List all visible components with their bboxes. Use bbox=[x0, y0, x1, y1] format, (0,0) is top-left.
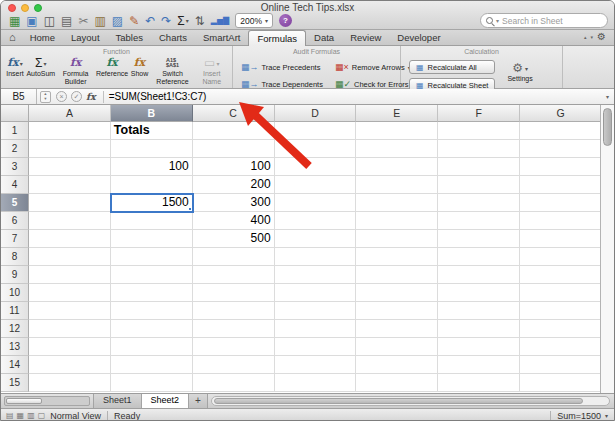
cell-E13[interactable] bbox=[356, 338, 438, 356]
normal-view-icon[interactable]: ▤ bbox=[6, 410, 14, 421]
row-header-10[interactable]: 10 bbox=[1, 284, 29, 302]
cell-B3[interactable]: 100 bbox=[111, 158, 193, 176]
page-layout-view-icon[interactable]: ▦ bbox=[17, 410, 25, 421]
cell-D5[interactable] bbox=[275, 194, 357, 212]
cell-E3[interactable] bbox=[356, 158, 438, 176]
row-header-11[interactable]: 11 bbox=[1, 302, 29, 320]
cell-D7[interactable] bbox=[275, 230, 357, 248]
reference-button[interactable]: fxReference bbox=[97, 56, 128, 78]
cell-F4[interactable] bbox=[438, 176, 520, 194]
cell-G4[interactable] bbox=[520, 176, 602, 194]
full-screen-icon[interactable]: ▢ bbox=[38, 410, 46, 421]
cell-C10[interactable] bbox=[193, 284, 275, 302]
cell-B15[interactable] bbox=[111, 374, 193, 392]
cell-E1[interactable] bbox=[356, 122, 438, 140]
cell-G1[interactable] bbox=[520, 122, 602, 140]
cell-A11[interactable] bbox=[29, 302, 111, 320]
cell-A12[interactable] bbox=[29, 320, 111, 338]
vertical-scrollbar-thumb[interactable] bbox=[603, 108, 612, 146]
cell-C4[interactable]: 200 bbox=[193, 176, 275, 194]
cell-A6[interactable] bbox=[29, 212, 111, 230]
cell-G3[interactable] bbox=[520, 158, 602, 176]
cell-A10[interactable] bbox=[29, 284, 111, 302]
cell-A14[interactable] bbox=[29, 356, 111, 374]
row-header-12[interactable]: 12 bbox=[1, 320, 29, 338]
cell-B13[interactable] bbox=[111, 338, 193, 356]
cell-B10[interactable] bbox=[111, 284, 193, 302]
cell-F8[interactable] bbox=[438, 248, 520, 266]
row-header-9[interactable]: 9 bbox=[1, 266, 29, 284]
cell-A5[interactable] bbox=[29, 194, 111, 212]
cell-D6[interactable] bbox=[275, 212, 357, 230]
home-icon[interactable]: ⌂ bbox=[1, 30, 22, 45]
cell-D9[interactable] bbox=[275, 266, 357, 284]
cell-F13[interactable] bbox=[438, 338, 520, 356]
search-input[interactable] bbox=[502, 16, 588, 26]
horizontal-scrollbar[interactable] bbox=[211, 396, 610, 406]
tab-scroll-thumb[interactable] bbox=[6, 398, 42, 404]
toolbar-new-workbook-button[interactable]: ▦ bbox=[9, 13, 20, 29]
toolbar-copy-button[interactable]: ▥ bbox=[94, 13, 105, 29]
cell-G11[interactable] bbox=[520, 302, 602, 320]
formula-input[interactable]: =SUM(Sheet1!C3:C7) bbox=[109, 91, 207, 102]
cell-C15[interactable] bbox=[193, 374, 275, 392]
collapse-ribbon-icon[interactable]: ▴ bbox=[584, 34, 587, 40]
row-header-2[interactable]: 2 bbox=[1, 140, 29, 158]
cell-G7[interactable] bbox=[520, 230, 602, 248]
cell-C3[interactable]: 100 bbox=[193, 158, 275, 176]
cell-A9[interactable] bbox=[29, 266, 111, 284]
cell-G10[interactable] bbox=[520, 284, 602, 302]
cell-B6[interactable] bbox=[111, 212, 193, 230]
cell-E6[interactable] bbox=[356, 212, 438, 230]
insert-function-icon[interactable]: fx bbox=[86, 91, 96, 102]
cell-C11[interactable] bbox=[193, 302, 275, 320]
cell-G15[interactable] bbox=[520, 374, 602, 392]
cell-B7[interactable] bbox=[111, 230, 193, 248]
add-sheet-tab[interactable]: + bbox=[188, 394, 208, 408]
cell-E9[interactable] bbox=[356, 266, 438, 284]
sum-menu-caret-icon[interactable]: ▾ bbox=[601, 412, 614, 419]
tab-charts[interactable]: Charts bbox=[151, 30, 195, 45]
cell-C6[interactable]: 400 bbox=[193, 212, 275, 230]
cell-C14[interactable] bbox=[193, 356, 275, 374]
toolbar-cut-button[interactable]: ✂ bbox=[78, 13, 88, 29]
cell-A1[interactable] bbox=[29, 122, 111, 140]
cell-D15[interactable] bbox=[275, 374, 357, 392]
cell-A2[interactable] bbox=[29, 140, 111, 158]
row-header-5[interactable]: 5 bbox=[1, 194, 29, 212]
cell-F6[interactable] bbox=[438, 212, 520, 230]
vertical-scrollbar[interactable] bbox=[600, 105, 614, 393]
cell-B8[interactable] bbox=[111, 248, 193, 266]
cell-F5[interactable] bbox=[438, 194, 520, 212]
column-header-c[interactable]: C bbox=[193, 105, 275, 122]
cell-B2[interactable] bbox=[111, 140, 193, 158]
switch-reference-button[interactable]: A1$$A$1Switch Reference bbox=[152, 56, 194, 86]
cell-G2[interactable] bbox=[520, 140, 602, 158]
trace-dependents-button[interactable]: ▦→Trace Dependents bbox=[241, 79, 323, 89]
cell-F15[interactable] bbox=[438, 374, 520, 392]
sheet-tab-sheet1[interactable]: Sheet1 bbox=[93, 394, 142, 408]
row-header-13[interactable]: 13 bbox=[1, 338, 29, 356]
cell-G13[interactable] bbox=[520, 338, 602, 356]
cell-B4[interactable] bbox=[111, 176, 193, 194]
cell-C7[interactable]: 500 bbox=[193, 230, 275, 248]
select-all-corner[interactable] bbox=[1, 105, 29, 122]
cell-F1[interactable] bbox=[438, 122, 520, 140]
trace-precedents-button[interactable]: ▦→Trace Precedents bbox=[241, 62, 323, 72]
row-header-6[interactable]: 6 bbox=[1, 212, 29, 230]
cell-B14[interactable] bbox=[111, 356, 193, 374]
tab-developer[interactable]: Developer bbox=[389, 30, 448, 45]
cell-A3[interactable] bbox=[29, 158, 111, 176]
cell-E7[interactable] bbox=[356, 230, 438, 248]
toolbar-print-button[interactable]: ▤ bbox=[61, 13, 72, 29]
cell-F3[interactable] bbox=[438, 158, 520, 176]
cell-D2[interactable] bbox=[275, 140, 357, 158]
help-icon[interactable]: ? bbox=[279, 14, 292, 27]
column-header-g[interactable]: G bbox=[520, 105, 602, 122]
toolbar-redo-button[interactable]: ↷ bbox=[161, 13, 171, 29]
column-header-f[interactable]: F bbox=[438, 105, 520, 122]
cell-A15[interactable] bbox=[29, 374, 111, 392]
column-header-d[interactable]: D bbox=[275, 105, 357, 122]
cell-D8[interactable] bbox=[275, 248, 357, 266]
cell-E8[interactable] bbox=[356, 248, 438, 266]
